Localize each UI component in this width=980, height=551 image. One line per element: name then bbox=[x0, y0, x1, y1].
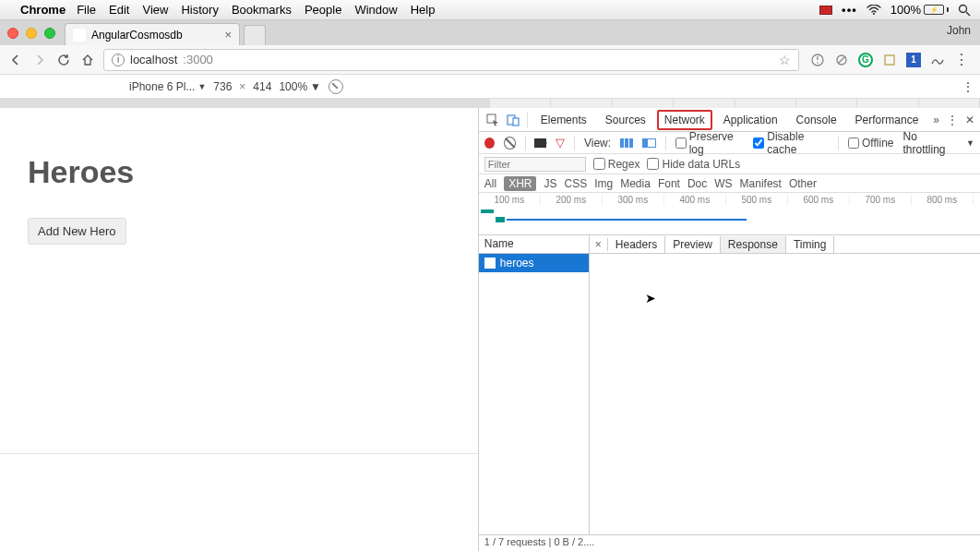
tab-network[interactable]: Network bbox=[657, 110, 712, 130]
svg-point-1 bbox=[960, 5, 967, 12]
site-info-icon[interactable]: i bbox=[112, 54, 125, 66]
network-timeline[interactable]: 100 ms 200 ms 300 ms 400 ms 500 ms 600 m… bbox=[479, 193, 980, 235]
reload-button[interactable] bbox=[55, 52, 72, 68]
tab-elements[interactable]: Elements bbox=[533, 110, 594, 130]
devtools-menu-icon[interactable]: ⋮ bbox=[947, 114, 958, 126]
type-font[interactable]: Font bbox=[658, 177, 680, 190]
offline-checkbox[interactable]: Offline bbox=[848, 137, 893, 150]
detail-tab-response[interactable]: Response bbox=[721, 236, 786, 253]
type-doc[interactable]: Doc bbox=[687, 177, 707, 190]
omnibox[interactable]: i localhost:3000 ☆ bbox=[103, 49, 799, 71]
extension-icon-4[interactable] bbox=[882, 53, 897, 67]
tab-favicon-icon bbox=[73, 29, 86, 42]
window-zoom-icon[interactable] bbox=[44, 28, 55, 39]
throttling-select[interactable]: No throttling bbox=[902, 130, 957, 156]
type-css[interactable]: CSS bbox=[564, 177, 587, 190]
filter-icon[interactable]: ▽ bbox=[556, 136, 565, 150]
extension-icon-2[interactable] bbox=[834, 53, 849, 67]
zoom-select[interactable]: 100%▼ bbox=[279, 80, 321, 93]
device-toolbar-menu-icon[interactable]: ⋮ bbox=[962, 79, 974, 94]
add-new-hero-button[interactable]: Add New Hero bbox=[28, 218, 126, 245]
menubar-extra-icon[interactable]: ••• bbox=[842, 3, 857, 17]
menu-bookmarks[interactable]: Bookmarks bbox=[232, 3, 292, 17]
menubar-app[interactable]: Chrome bbox=[20, 3, 66, 17]
filter-input[interactable] bbox=[484, 157, 586, 172]
tab-sources[interactable]: Sources bbox=[598, 110, 653, 130]
devtools-close-icon[interactable]: ✕ bbox=[965, 114, 974, 126]
menu-history[interactable]: History bbox=[181, 3, 218, 17]
tab-application[interactable]: Application bbox=[716, 110, 785, 130]
chrome-menu-icon[interactable]: ⋮ bbox=[954, 53, 969, 67]
window-close-icon[interactable] bbox=[7, 28, 18, 39]
menu-window[interactable]: Window bbox=[354, 3, 397, 17]
extension-icon-6[interactable] bbox=[930, 53, 945, 67]
type-js[interactable]: JS bbox=[544, 177, 556, 190]
separator bbox=[527, 113, 528, 127]
type-media[interactable]: Media bbox=[620, 177, 651, 190]
window-minimize-icon[interactable] bbox=[26, 28, 37, 39]
spotlight-icon[interactable] bbox=[958, 4, 971, 17]
device-height[interactable]: 414 bbox=[253, 80, 271, 93]
type-ws[interactable]: WS bbox=[714, 177, 732, 190]
app-content: Heroes Add New Hero bbox=[0, 108, 478, 291]
menu-people[interactable]: People bbox=[305, 3, 341, 17]
url-port: :3000 bbox=[183, 53, 213, 66]
more-tabs-icon[interactable]: » bbox=[929, 114, 943, 126]
request-row[interactable]: heroes bbox=[479, 254, 589, 272]
overview-icon[interactable] bbox=[642, 138, 656, 148]
network-filter-row: Regex Hide data URLs bbox=[479, 154, 980, 174]
profile-name[interactable]: John bbox=[947, 24, 971, 37]
tab-console[interactable]: Console bbox=[789, 110, 844, 130]
type-xhr[interactable]: XHR bbox=[504, 176, 536, 191]
inspect-element-icon[interactable] bbox=[484, 112, 501, 128]
new-tab-button[interactable] bbox=[244, 25, 266, 45]
type-manifest[interactable]: Manifest bbox=[740, 177, 782, 190]
timeline-tick: 400 ms bbox=[664, 195, 726, 205]
clear-icon[interactable] bbox=[504, 137, 516, 150]
browser-tab[interactable]: AngularCosmosdb × bbox=[65, 23, 240, 45]
menu-view[interactable]: View bbox=[142, 3, 168, 17]
home-button[interactable] bbox=[79, 52, 96, 68]
menu-edit[interactable]: Edit bbox=[109, 3, 129, 17]
preserve-log-checkbox[interactable]: Preserve log bbox=[675, 130, 745, 156]
device-select[interactable]: iPhone 6 Pl...▼ bbox=[129, 80, 206, 93]
battery-tip-icon bbox=[947, 7, 949, 12]
detail-tab-timing[interactable]: Timing bbox=[786, 236, 835, 253]
large-rows-icon[interactable] bbox=[620, 138, 633, 148]
name-column-header[interactable]: Name bbox=[479, 235, 589, 254]
detail-close-icon[interactable]: × bbox=[590, 238, 608, 251]
device-width[interactable]: 736 bbox=[213, 80, 232, 93]
svg-rect-11 bbox=[513, 118, 519, 126]
menu-file[interactable]: File bbox=[77, 3, 96, 17]
extension-icon-3[interactable]: G bbox=[858, 53, 873, 67]
battery-indicator[interactable]: 100% ⚡ bbox=[890, 3, 949, 17]
tab-performance[interactable]: Performance bbox=[848, 110, 926, 130]
extension-icon-1[interactable] bbox=[810, 53, 825, 67]
detail-body: ➤ bbox=[590, 254, 980, 534]
back-button[interactable] bbox=[7, 52, 24, 68]
type-img[interactable]: Img bbox=[594, 177, 613, 190]
type-other[interactable]: Other bbox=[789, 177, 817, 190]
bookmark-star-icon[interactable]: ☆ bbox=[779, 53, 791, 67]
menu-help[interactable]: Help bbox=[411, 3, 436, 17]
workspace: Heroes Add New Hero Elements Sources Net… bbox=[0, 108, 980, 551]
forward-button[interactable] bbox=[31, 52, 48, 68]
tab-close-icon[interactable]: × bbox=[224, 28, 232, 42]
detail-tab-headers[interactable]: Headers bbox=[608, 236, 665, 253]
screenshot-icon[interactable] bbox=[534, 138, 546, 148]
regex-checkbox[interactable]: Regex bbox=[593, 158, 640, 171]
disable-cache-checkbox[interactable]: Disable cache bbox=[753, 130, 829, 156]
rotate-icon[interactable] bbox=[329, 79, 343, 94]
status-indicator-icon[interactable] bbox=[819, 6, 832, 15]
chevron-down-icon[interactable]: ▼ bbox=[966, 138, 974, 148]
record-icon[interactable] bbox=[484, 138, 495, 149]
extension-icon-5[interactable]: 1 bbox=[906, 53, 921, 67]
svg-line-7 bbox=[838, 56, 845, 64]
timeline-tick: 200 ms bbox=[541, 195, 603, 205]
wifi-icon[interactable] bbox=[866, 5, 881, 16]
toggle-device-icon[interactable] bbox=[505, 112, 521, 128]
type-all[interactable]: All bbox=[484, 177, 496, 190]
timeline-tick: 800 ms bbox=[912, 195, 974, 205]
hide-data-urls-checkbox[interactable]: Hide data URLs bbox=[647, 158, 740, 171]
detail-tab-preview[interactable]: Preview bbox=[665, 236, 721, 253]
